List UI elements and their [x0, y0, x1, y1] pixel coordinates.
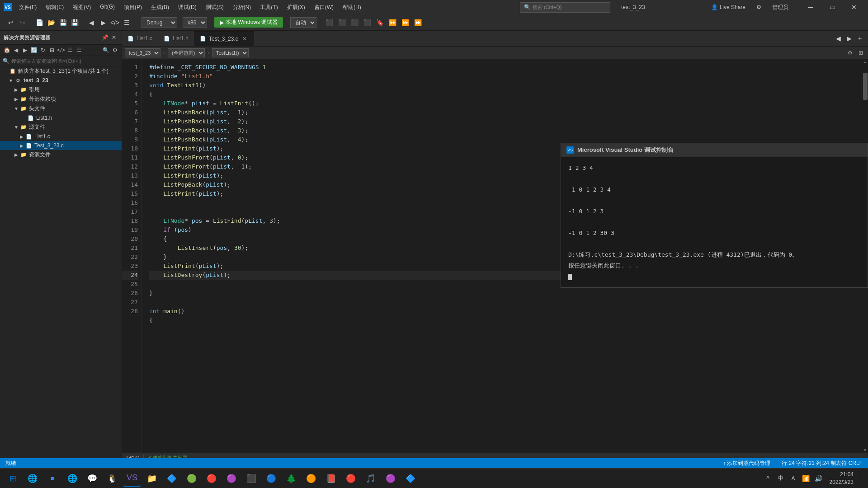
tree-header-folder[interactable]: ▼ 📁 头文件: [0, 104, 122, 113]
taskbar-app2[interactable]: 🟢: [183, 470, 201, 487]
taskbar-app8[interactable]: 🔴: [342, 470, 360, 487]
tab-list1h[interactable]: 📄 List1.h: [158, 31, 194, 47]
taskbar-edge[interactable]: 🌐: [24, 470, 42, 487]
auto-select[interactable]: 自动: [290, 17, 316, 28]
sidebar-gear-btn[interactable]: ⚙: [111, 46, 119, 54]
status-ready[interactable]: 就绪: [4, 460, 18, 467]
step-btn3[interactable]: ⬛: [362, 17, 373, 28]
new-project-button[interactable]: 📄: [34, 17, 45, 28]
tab-scroll-right[interactable]: ▶: [844, 33, 854, 44]
menu-git[interactable]: Git(G): [96, 2, 118, 13]
menu-edit[interactable]: 编辑(E): [42, 2, 67, 13]
status-cursor[interactable]: 行:24 字符:21 列:24 制表符 CRLF: [780, 460, 864, 467]
menu-tools[interactable]: 工具(T): [256, 2, 281, 13]
tab-list1c[interactable]: 📄 List1.c: [122, 31, 158, 47]
taskbar-qq[interactable]: 🐧: [103, 470, 121, 487]
sidebar-sync-btn[interactable]: 🔄: [30, 46, 38, 54]
scroll-up-arrow[interactable]: ▲: [863, 60, 868, 64]
step-btn2[interactable]: ⬛: [349, 17, 360, 28]
tray-lang[interactable]: A: [788, 473, 799, 484]
start-button[interactable]: ⊞: [4, 470, 22, 487]
taskbar-app4[interactable]: 🟣: [222, 470, 241, 487]
tree-project[interactable]: ▼ ⚙ test_3_23: [0, 76, 122, 85]
taskbar-vs[interactable]: VS: [123, 470, 141, 487]
menu-debug[interactable]: 调试(D): [175, 2, 200, 13]
taskbar-app7[interactable]: 📕: [322, 470, 340, 487]
taskbar-tree[interactable]: 🌲: [282, 470, 300, 487]
debug-btn3[interactable]: ⏩: [412, 17, 423, 28]
back-button[interactable]: ◀: [86, 17, 97, 28]
menu-project[interactable]: 项目(P): [120, 2, 146, 13]
settings-icon[interactable]: ⚙: [754, 2, 764, 12]
debug-btn2[interactable]: ⏩: [400, 17, 410, 28]
scroll-thumb[interactable]: [863, 73, 868, 100]
taskbar-app3[interactable]: 🔴: [203, 470, 221, 487]
status-add-vcs[interactable]: ↑ 添加到源代码管理: [721, 460, 772, 467]
tree-solution[interactable]: 📋 解决方案'test_3_23'(1 个项目/共 1 个): [0, 66, 122, 76]
save-button[interactable]: 💾: [57, 17, 68, 28]
taskbar-chrome[interactable]: ●: [43, 470, 61, 487]
tray-sound[interactable]: 🔊: [813, 473, 824, 484]
tray-cn[interactable]: 中: [775, 473, 786, 484]
function-select[interactable]: TestList1(): [212, 48, 249, 57]
tree-list1c[interactable]: ▶ 📄 List1.c: [0, 132, 122, 141]
taskbar-app6[interactable]: 🟠: [302, 470, 320, 487]
taskbar-explorer[interactable]: 📁: [143, 470, 161, 487]
menu-help[interactable]: 帮助(H): [339, 2, 365, 13]
taskbar-netease[interactable]: 🎵: [362, 470, 380, 487]
tab-new-button[interactable]: ＋: [854, 33, 865, 44]
debug-btn1[interactable]: ⏩: [387, 17, 398, 28]
taskbar-clock[interactable]: 21:04 2022/3/23: [826, 471, 857, 486]
close-button[interactable]: ✕: [844, 0, 864, 14]
taskbar-edge2[interactable]: 🌐: [63, 470, 81, 487]
sidebar-pin-button[interactable]: 📌: [101, 33, 109, 42]
menu-analyze[interactable]: 分析(N): [229, 2, 255, 13]
tray-wifi[interactable]: 📶: [801, 473, 811, 484]
sidebar-close-button[interactable]: ✕: [110, 33, 118, 42]
taskbar-vsc[interactable]: 🔷: [401, 470, 420, 487]
taskbar-terminal[interactable]: ⬛: [242, 470, 260, 487]
sidebar-collapse-btn[interactable]: ⊟: [48, 46, 56, 54]
tab-test323c[interactable]: 📄 Test_3_23.c ✕: [194, 31, 254, 47]
scroll-down-arrow[interactable]: ▼: [863, 448, 868, 452]
split-editor-btn[interactable]: ⊞: [856, 48, 865, 57]
menu-window[interactable]: 窗口(W): [311, 2, 337, 13]
scope-select[interactable]: test_3_23: [125, 48, 160, 57]
sidebar-view-btn[interactable]: </>: [57, 46, 65, 54]
undo-button[interactable]: ↩: [5, 17, 16, 28]
step-btn1[interactable]: ⬛: [336, 17, 347, 28]
menu-view[interactable]: 视图(V): [69, 2, 94, 13]
minimize-button[interactable]: ─: [800, 0, 821, 14]
tree-references[interactable]: ▶ 📁 引用: [0, 85, 122, 94]
debug-config-select[interactable]: Debug Release: [142, 17, 177, 28]
breakpoint-btn[interactable]: ⬛: [324, 17, 335, 28]
menu-test[interactable]: 测试(S): [202, 2, 227, 13]
admin-button[interactable]: 管理员: [768, 2, 793, 13]
tab-scroll-left[interactable]: ◀: [833, 33, 844, 44]
show-desktop-btn[interactable]: [861, 470, 864, 487]
menu-file[interactable]: 文件(F): [15, 2, 40, 13]
tree-test323c[interactable]: ▶ 📄 Test_3_23.c: [0, 141, 122, 150]
tree-list1h[interactable]: 📄 List1.h: [0, 113, 122, 122]
taskbar-app5[interactable]: 🔵: [262, 470, 280, 487]
save-all-button[interactable]: 💾: [69, 17, 80, 28]
sidebar-refresh-btn[interactable]: ↻: [39, 46, 47, 54]
bookmark-btn[interactable]: 🔖: [374, 17, 385, 28]
restore-button[interactable]: ▭: [822, 0, 843, 14]
menu-build[interactable]: 生成(B): [147, 2, 173, 13]
sidebar-filter-btn[interactable]: ☰: [66, 46, 74, 54]
sidebar-sort-btn[interactable]: ☰: [75, 46, 83, 54]
editor-settings-btn[interactable]: ⚙: [845, 48, 854, 57]
open-button[interactable]: 📂: [46, 17, 57, 28]
live-share-button[interactable]: 👤 Live Share: [707, 2, 750, 12]
sidebar-search-input[interactable]: [11, 58, 119, 64]
sidebar-fwd-btn[interactable]: ▶: [21, 46, 29, 54]
tree-source-folder[interactable]: ▼ 📁 源文件: [0, 122, 122, 132]
tree-resource-folder[interactable]: ▶ 📁 资源文件: [0, 150, 122, 160]
taskbar-wechat[interactable]: 💬: [83, 470, 101, 487]
taskbar-app9[interactable]: 🟣: [382, 470, 400, 487]
sidebar-search-btn[interactable]: 🔍: [102, 46, 110, 54]
code-view-button[interactable]: </>: [109, 17, 120, 28]
taskbar-app1[interactable]: 🔷: [163, 470, 181, 487]
tray-chevron[interactable]: ^: [763, 473, 774, 484]
